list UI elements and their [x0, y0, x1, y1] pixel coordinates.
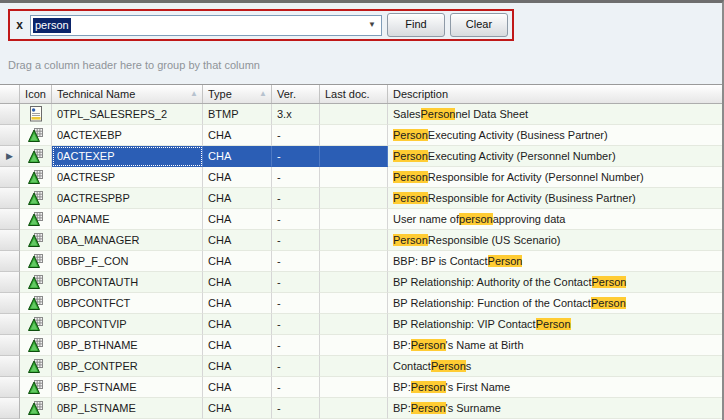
- cell-icon[interactable]: [20, 230, 52, 251]
- row-selector[interactable]: [0, 377, 20, 398]
- cell-last-doc[interactable]: [320, 104, 388, 125]
- header-cell-type[interactable]: Type ▲: [203, 85, 272, 103]
- cell-technical-name[interactable]: 0BPCONTAUTH: [52, 272, 203, 293]
- cell-last-doc[interactable]: [320, 335, 388, 356]
- cell-icon[interactable]: [20, 335, 52, 356]
- cell-icon[interactable]: [20, 167, 52, 188]
- cell-type[interactable]: CHA: [203, 272, 272, 293]
- group-by-panel[interactable]: Drag a column header here to group by th…: [0, 46, 722, 84]
- close-search-icon[interactable]: x: [14, 20, 25, 31]
- cell-technical-name[interactable]: 0TPL_SALESREPS_2: [52, 104, 203, 125]
- row-selector[interactable]: [0, 104, 20, 125]
- header-cell-last-doc[interactable]: Last doc.: [320, 85, 388, 103]
- row-selector[interactable]: [0, 251, 20, 272]
- cell-last-doc[interactable]: [320, 125, 388, 146]
- row-selector[interactable]: [0, 167, 20, 188]
- cell-ver[interactable]: -: [272, 125, 320, 146]
- cell-last-doc[interactable]: [320, 293, 388, 314]
- row-selector[interactable]: [0, 230, 20, 251]
- cell-ver[interactable]: -: [272, 293, 320, 314]
- header-cell-icon[interactable]: Icon: [20, 85, 52, 103]
- cell-icon[interactable]: [20, 314, 52, 335]
- cell-description[interactable]: BP: Person's First Name: [388, 377, 722, 398]
- cell-description[interactable]: Person Executing Activity (Personnel Num…: [388, 146, 722, 167]
- cell-type[interactable]: CHA: [203, 230, 272, 251]
- cell-technical-name[interactable]: 0ACTRESPBP: [52, 188, 203, 209]
- find-button[interactable]: Find: [387, 13, 445, 37]
- cell-icon[interactable]: [20, 293, 52, 314]
- row-selector[interactable]: [0, 272, 20, 293]
- cell-ver[interactable]: -: [272, 251, 320, 272]
- row-selector[interactable]: [0, 293, 20, 314]
- clear-button[interactable]: Clear: [450, 13, 508, 37]
- cell-technical-name[interactable]: 0BP_FSTNAME: [52, 377, 203, 398]
- cell-type[interactable]: CHA: [203, 251, 272, 272]
- cell-technical-name[interactable]: 0ACTEXEP: [52, 146, 203, 167]
- header-cell-ver[interactable]: Ver.: [272, 85, 320, 103]
- cell-last-doc[interactable]: [320, 188, 388, 209]
- cell-technical-name[interactable]: 0BP_BTHNAME: [52, 335, 203, 356]
- cell-technical-name[interactable]: 0BBP_F_CON: [52, 251, 203, 272]
- cell-last-doc[interactable]: [320, 272, 388, 293]
- cell-type[interactable]: CHA: [203, 209, 272, 230]
- cell-technical-name[interactable]: 0BP_CONTPER: [52, 356, 203, 377]
- cell-description[interactable]: Sales Personnel Data Sheet: [388, 104, 722, 125]
- cell-type[interactable]: CHA: [203, 188, 272, 209]
- cell-description[interactable]: BP Relationship: VIP Contact Person: [388, 314, 722, 335]
- row-selector[interactable]: [0, 188, 20, 209]
- search-combobox[interactable]: person ▼: [30, 15, 382, 36]
- cell-type[interactable]: CHA: [203, 377, 272, 398]
- row-selector[interactable]: [0, 209, 20, 230]
- cell-technical-name[interactable]: 0BP_LSTNAME: [52, 398, 203, 419]
- cell-description[interactable]: Person Responsible for Activity (Busines…: [388, 188, 722, 209]
- cell-ver[interactable]: -: [272, 377, 320, 398]
- cell-technical-name[interactable]: 0ACTEXEBP: [52, 125, 203, 146]
- row-selector[interactable]: [0, 398, 20, 419]
- cell-last-doc[interactable]: [320, 146, 388, 167]
- row-selector[interactable]: [0, 356, 20, 377]
- cell-technical-name[interactable]: 0BPCONTVIP: [52, 314, 203, 335]
- cell-ver[interactable]: -: [272, 146, 320, 167]
- cell-ver[interactable]: -: [272, 209, 320, 230]
- cell-icon[interactable]: [20, 377, 52, 398]
- cell-description[interactable]: BP: Person's Name at Birth: [388, 335, 722, 356]
- cell-description[interactable]: BP Relationship: Authority of the Contac…: [388, 272, 722, 293]
- row-selector[interactable]: [0, 335, 20, 356]
- cell-ver[interactable]: -: [272, 188, 320, 209]
- cell-type[interactable]: BTMP: [203, 104, 272, 125]
- cell-ver[interactable]: -: [272, 167, 320, 188]
- cell-ver[interactable]: -: [272, 314, 320, 335]
- cell-type[interactable]: CHA: [203, 314, 272, 335]
- cell-icon[interactable]: [20, 398, 52, 419]
- cell-last-doc[interactable]: [320, 398, 388, 419]
- cell-icon[interactable]: [20, 146, 52, 167]
- cell-description[interactable]: Person Responsible (US Scenario): [388, 230, 722, 251]
- cell-technical-name[interactable]: 0BA_MANAGER: [52, 230, 203, 251]
- cell-last-doc[interactable]: [320, 230, 388, 251]
- cell-description[interactable]: BBP: BP is Contact Person: [388, 251, 722, 272]
- cell-description[interactable]: Person Executing Activity (Business Part…: [388, 125, 722, 146]
- cell-icon[interactable]: [20, 125, 52, 146]
- cell-last-doc[interactable]: [320, 251, 388, 272]
- cell-type[interactable]: CHA: [203, 293, 272, 314]
- dropdown-arrow-icon[interactable]: ▼: [368, 21, 376, 29]
- cell-last-doc[interactable]: [320, 167, 388, 188]
- cell-description[interactable]: Person Responsible for Activity (Personn…: [388, 167, 722, 188]
- cell-ver[interactable]: -: [272, 398, 320, 419]
- cell-type[interactable]: CHA: [203, 335, 272, 356]
- cell-ver[interactable]: -: [272, 335, 320, 356]
- row-selector[interactable]: [0, 125, 20, 146]
- cell-icon[interactable]: [20, 251, 52, 272]
- cell-description[interactable]: User name of person approving data: [388, 209, 722, 230]
- cell-icon[interactable]: [20, 272, 52, 293]
- cell-description[interactable]: BP: Person's Surname: [388, 398, 722, 419]
- cell-last-doc[interactable]: [320, 356, 388, 377]
- cell-ver[interactable]: -: [272, 272, 320, 293]
- cell-icon[interactable]: [20, 104, 52, 125]
- cell-icon[interactable]: [20, 356, 52, 377]
- cell-type[interactable]: CHA: [203, 398, 272, 419]
- cell-type[interactable]: CHA: [203, 356, 272, 377]
- row-selector[interactable]: ▶: [0, 146, 20, 167]
- header-cell-description[interactable]: Description: [388, 85, 722, 103]
- cell-ver[interactable]: -: [272, 230, 320, 251]
